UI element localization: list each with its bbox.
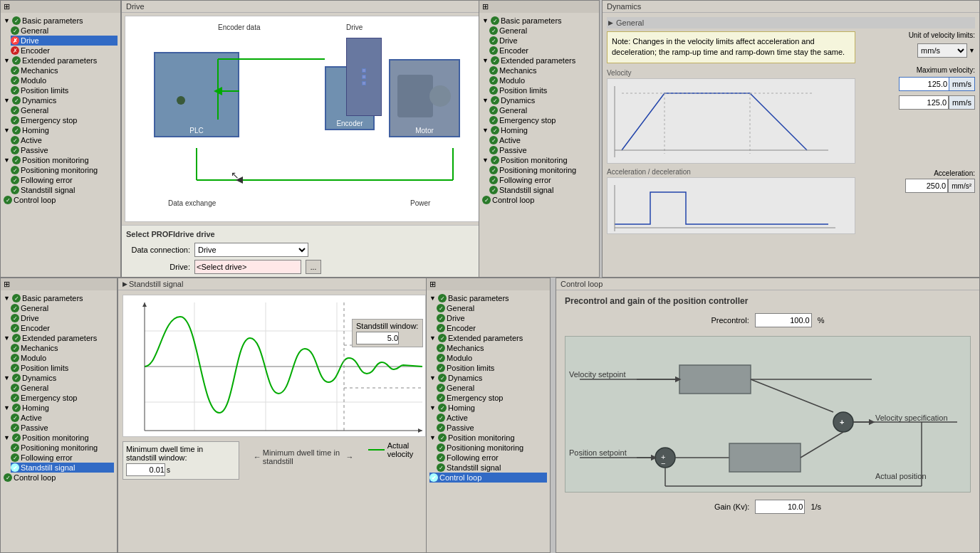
brs-following-error-item[interactable]: ✓ Following error [437, 453, 547, 463]
basic-params-item[interactable]: ▼ ✓ Basic parameters [4, 16, 118, 26]
brs-dynamics-item[interactable]: ▼ ✓ Dynamics [429, 373, 547, 383]
accel-chart [607, 177, 855, 234]
expand-icon[interactable]: ▼ [4, 97, 11, 104]
dynamics-general-item[interactable]: ✓ General [11, 105, 118, 115]
encoder-item[interactable]: ✗ Encoder [11, 46, 118, 56]
brs-dynamics-general-item[interactable]: ✓ General [437, 383, 547, 393]
bl-mechanics-item[interactable]: ✓ Mechanics [11, 343, 114, 353]
control-diagram: + + − [565, 336, 971, 493]
homing-item[interactable]: ▼ ✓ Homing [4, 125, 118, 135]
trs-homing-item[interactable]: ▼ ✓ Homing [482, 125, 596, 135]
drive-item[interactable]: ✗ Drive [11, 36, 118, 46]
expand-icon[interactable]: ▼ [4, 17, 11, 24]
standstill-window-input[interactable] [356, 332, 399, 344]
bl-dynamics-general-item[interactable]: ✓ General [11, 383, 114, 393]
brs-extended-item[interactable]: ▼ ✓ Extended parameters [429, 333, 547, 343]
gain-label: Gain (Kv): [714, 502, 750, 511]
section-expand-icon2[interactable]: ▶ [123, 280, 127, 288]
brs-homing-active-item[interactable]: ✓ Active [437, 413, 547, 423]
brs-homing-passive-item[interactable]: ✓ Passive [437, 423, 547, 433]
bl-encoder-item[interactable]: ✓ Encoder [11, 323, 114, 333]
brs-emergency-stop-item[interactable]: ✓ Emergency stop [437, 393, 547, 403]
trs-control-loop-item[interactable]: ✓ Control loop [482, 195, 596, 205]
accel-input[interactable] [905, 179, 948, 193]
modulo-item[interactable]: ✓ Modulo [11, 75, 118, 85]
trs-homing-passive-item[interactable]: ✓ Passive [489, 145, 596, 155]
bl-extended-item[interactable]: ▼ ✓ Extended parameters [4, 333, 114, 343]
bl-homing-item[interactable]: ▼ ✓ Homing [4, 403, 114, 413]
bl-position-limits-item[interactable]: ✓ Position limits [11, 363, 114, 373]
bl-control-loop-item[interactable]: ✓ Control loop [4, 473, 114, 483]
bl-homing-passive-item[interactable]: ✓ Passive [11, 423, 114, 433]
control-loop-item[interactable]: ✓ Control loop [4, 195, 118, 205]
drive-select-input[interactable] [194, 260, 301, 274]
brs-control-loop-item[interactable]: ✓ Control loop [429, 473, 547, 483]
trs-general-item[interactable]: ✓ General [489, 26, 596, 36]
trs-emergency-stop-item[interactable]: ✓ Emergency stop [489, 115, 596, 125]
homing-active-item[interactable]: ✓ Active [11, 135, 118, 145]
brs-general-item[interactable]: ✓ General [437, 303, 547, 313]
trs-basic-params-item[interactable]: ▼ ✓ Basic parameters [482, 16, 596, 26]
data-connection-row: Data connection: Drive [126, 243, 486, 257]
expand-icon[interactable]: ▼ [4, 127, 11, 134]
brs-basic-params-item[interactable]: ▼ ✓ Basic parameters [429, 293, 547, 303]
position-limits-item[interactable]: ✓ Position limits [11, 85, 118, 95]
extended-params-item[interactable]: ▼ ✓ Extended parameters [4, 56, 118, 65]
bl-dynamics-item[interactable]: ▼ ✓ Dynamics [4, 373, 114, 383]
standstill-signal-item[interactable]: ✓ Standstill signal [11, 185, 118, 195]
bl-general-item[interactable]: ✓ General [11, 303, 114, 313]
general-item[interactable]: ✓ General [11, 26, 118, 36]
trs-dynamics-general-item[interactable]: ✓ General [489, 105, 596, 115]
brs-encoder-item[interactable]: ✓ Encoder [437, 323, 547, 333]
bl-modulo-item[interactable]: ✓ Modulo [11, 353, 114, 363]
status-check: ✓ [11, 106, 19, 115]
data-exchange-label: Data exchange [168, 199, 216, 207]
brs-homing-item[interactable]: ▼ ✓ Homing [429, 403, 547, 413]
velocity-unit-select[interactable]: mm/s [917, 43, 967, 58]
trs-positioning-monitoring-item[interactable]: ✓ Positioning monitoring [489, 165, 596, 175]
brs-modulo-item[interactable]: ✓ Modulo [437, 353, 547, 363]
brs-position-monitoring-item[interactable]: ▼ ✓ Position monitoring [429, 433, 547, 443]
trs-position-limits-item[interactable]: ✓ Position limits [489, 85, 596, 95]
expand-icon[interactable]: ▼ [4, 157, 11, 164]
brs-drive-item[interactable]: ✓ Drive [437, 313, 547, 323]
brs-position-limits-item[interactable]: ✓ Position limits [437, 363, 547, 373]
brs-standstill-signal-item[interactable]: ✓ Standstill signal [437, 463, 547, 473]
brs-mechanics-item[interactable]: ✓ Mechanics [437, 343, 547, 353]
bl-basic-params-item[interactable]: ▼ ✓ Basic parameters [4, 293, 114, 303]
trs-dynamics-item[interactable]: ▼ ✓ Dynamics [482, 95, 596, 105]
bl-positioning-monitoring-item[interactable]: ✓ Positioning monitoring [11, 443, 114, 453]
min-dwell-input[interactable] [126, 463, 165, 476]
mechanics-item[interactable]: ✓ Mechanics [11, 65, 118, 75]
section-expand-icon[interactable]: ▶ [608, 19, 613, 26]
trs-following-error-item[interactable]: ✓ Following error [489, 175, 596, 185]
homing-passive-item[interactable]: ✓ Passive [11, 145, 118, 155]
following-error-item[interactable]: ✓ Following error [11, 175, 118, 185]
emergency-stop-item[interactable]: ✓ Emergency stop [11, 115, 118, 125]
gain-input[interactable] [755, 500, 805, 514]
precontrol-input[interactable] [755, 313, 812, 327]
trs-position-monitoring-item[interactable]: ▼ ✓ Position monitoring [482, 155, 596, 165]
dynamics-item[interactable]: ▼ ✓ Dynamics [4, 95, 118, 105]
bl-drive-item[interactable]: ✓ Drive [11, 313, 114, 323]
bl-standstill-signal-item[interactable]: ✓ Standstill signal [11, 463, 114, 473]
trs-drive-item[interactable]: ✓ Drive [489, 36, 596, 46]
expand-icon[interactable]: ▼ [4, 57, 11, 64]
bl-position-monitoring-item[interactable]: ▼ ✓ Position monitoring [4, 433, 114, 443]
max-velocity-input2[interactable] [899, 95, 949, 110]
positioning-monitoring-item[interactable]: ✓ Positioning monitoring [11, 165, 118, 175]
bl-following-error-item[interactable]: ✓ Following error [11, 453, 114, 463]
trs-encoder-item[interactable]: ✓ Encoder [489, 46, 596, 56]
data-connection-select[interactable]: Drive [194, 243, 308, 257]
position-monitoring-item[interactable]: ▼ ✓ Position monitoring [4, 155, 118, 165]
drive-dots-button[interactable]: ... [306, 260, 321, 274]
brs-positioning-monitoring-item[interactable]: ✓ Positioning monitoring [437, 443, 547, 453]
max-velocity-input[interactable] [899, 77, 949, 91]
trs-standstill-signal-item[interactable]: ✓ Standstill signal [489, 185, 596, 195]
trs-modulo-item[interactable]: ✓ Modulo [489, 75, 596, 85]
trs-homing-active-item[interactable]: ✓ Active [489, 135, 596, 145]
bl-homing-active-item[interactable]: ✓ Active [11, 413, 114, 423]
trs-mechanics-item[interactable]: ✓ Mechanics [489, 65, 596, 75]
trs-extended-item[interactable]: ▼ ✓ Extended parameters [482, 56, 596, 65]
bl-emergency-stop-item[interactable]: ✓ Emergency stop [11, 393, 114, 403]
